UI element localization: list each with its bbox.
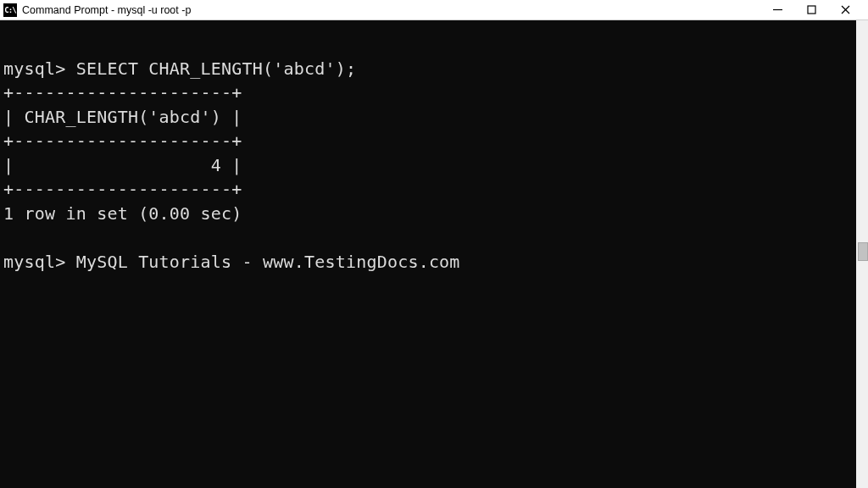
cmd-icon: C:\: [3, 3, 17, 17]
terminal-line: 1 row in set (0.00 sec): [3, 203, 242, 224]
close-icon: [841, 5, 850, 14]
command-prompt-window: C:\ Command Prompt - mysql -u root -p my…: [0, 0, 868, 488]
terminal-line: +---------------------+: [3, 82, 242, 103]
terminal-line: mysql> SELECT CHAR_LENGTH('abcd');: [3, 58, 356, 79]
terminal-line: | CHAR_LENGTH('abcd') |: [3, 107, 242, 127]
window-title: Command Prompt - mysql -u root -p: [22, 4, 770, 16]
terminal-line: | 4 |: [3, 155, 242, 175]
minimize-icon: [773, 5, 782, 14]
svg-rect-1: [808, 6, 815, 14]
window-titlebar[interactable]: C:\ Command Prompt - mysql -u root -p: [0, 0, 868, 20]
terminal-line: +---------------------+: [3, 130, 242, 151]
window-controls: [770, 3, 853, 18]
scrollbar-thumb[interactable]: [858, 242, 868, 261]
close-button[interactable]: [837, 3, 853, 18]
maximize-icon: [807, 5, 816, 14]
minimize-button[interactable]: [770, 3, 785, 18]
terminal-line: +---------------------+: [3, 179, 242, 199]
terminal-line: mysql> MySQL Tutorials - www.TestingDocs…: [3, 252, 460, 272]
maximize-button[interactable]: [804, 3, 819, 18]
terminal-output[interactable]: mysql> SELECT CHAR_LENGTH('abcd'); +----…: [0, 20, 868, 488]
